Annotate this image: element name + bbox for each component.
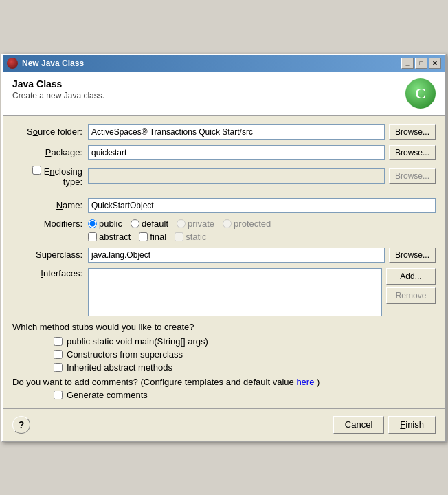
close-button[interactable]: ✕ [429, 58, 441, 69]
stubs-title: Which method stubs would you like to cre… [12, 322, 436, 332]
modifiers-label: Modifiers: [12, 219, 88, 229]
static-label: static [186, 232, 206, 242]
enclosing-type-input[interactable] [88, 168, 385, 184]
cancel-button[interactable]: Cancel [333, 416, 384, 434]
inherited-methods-checkbox[interactable] [54, 363, 63, 372]
interfaces-buttons: Add... Remove [386, 268, 436, 304]
inherited-methods-label: Inherited abstract methods [67, 362, 172, 373]
footer-right: Cancel Finish [333, 416, 436, 434]
remove-interface-button[interactable]: Remove [386, 287, 436, 304]
default-radio[interactable] [131, 219, 139, 228]
help-button[interactable]: ? [12, 416, 30, 434]
final-checkbox[interactable] [139, 232, 148, 241]
protected-radio-group: protected [223, 219, 271, 229]
final-label: final [150, 232, 166, 242]
superclass-input[interactable] [88, 248, 385, 263]
visibility-modifiers-row: public default private protected [88, 219, 271, 229]
interfaces-row: Interfaces: Add... Remove [12, 268, 436, 316]
abstract-checkbox[interactable] [88, 232, 97, 241]
minimize-button[interactable]: _ [401, 58, 414, 69]
title-buttons: _ □ ✕ [401, 58, 441, 69]
source-folder-browse-button[interactable]: Browse... [389, 124, 436, 140]
modifiers-row: Modifiers: public default private [12, 219, 436, 242]
comments-here-link[interactable]: here [296, 377, 314, 387]
constructors-label: Constructors from superclass [67, 349, 183, 360]
title-bar-left: New Java Class [7, 58, 84, 69]
private-label: private [188, 219, 214, 229]
source-folder-input[interactable] [88, 124, 385, 140]
enclosing-type-browse-button[interactable]: Browse... [389, 168, 436, 184]
stubs-section: Which method stubs would you like to cre… [12, 322, 436, 373]
interfaces-label: Interfaces: [12, 268, 88, 278]
public-label: public [99, 219, 122, 229]
generate-comments-row: Generate comments [54, 390, 436, 400]
header-section: Java Class Create a new Java class. C [3, 72, 445, 116]
enclosing-type-row: Enclosing type: Browse... [12, 166, 436, 187]
enclosing-type-checkbox[interactable] [32, 166, 41, 175]
public-radio[interactable] [88, 219, 97, 228]
superclass-label: Superclass: [12, 250, 88, 260]
new-java-class-dialog: New Java Class _ □ ✕ Java Class Create a… [1, 54, 447, 442]
interfaces-listbox [88, 268, 382, 316]
source-folder-label: Source folder: [12, 126, 88, 137]
title-bar: New Java Class _ □ ✕ [3, 55, 445, 72]
comments-question: Do you want to add comments? (Configure … [12, 377, 294, 387]
constructors-checkbox[interactable] [54, 350, 63, 359]
source-folder-row: Source folder: Browse... [12, 124, 436, 140]
generate-comments-label: Generate comments [67, 390, 148, 400]
package-label: Package: [12, 147, 88, 157]
private-radio-group: private [177, 219, 214, 229]
comments-section: Do you want to add comments? (Configure … [12, 377, 436, 400]
private-radio[interactable] [177, 219, 186, 228]
finish-button[interactable]: Finish [388, 416, 436, 434]
maximize-button[interactable]: □ [415, 58, 427, 69]
main-method-label: public static void main(String[] args) [67, 336, 208, 346]
name-input[interactable] [88, 198, 436, 213]
superclass-browse-button[interactable]: Browse... [389, 248, 436, 263]
name-row: Name: [12, 198, 436, 213]
footer-left: ? [12, 416, 30, 434]
name-label: Name: [12, 200, 88, 210]
modifiers-section: public default private protected [88, 219, 271, 242]
abstract-label: abstract [99, 232, 131, 242]
header-text: Java Class Create a new Java class. [12, 78, 104, 100]
abstract-checkbox-group: abstract [88, 232, 131, 242]
static-checkbox-group: static [175, 232, 206, 242]
add-interface-button[interactable]: Add... [386, 268, 436, 285]
main-method-checkbox[interactable] [54, 337, 63, 346]
enclosing-type-label: Enclosing type: [12, 166, 88, 187]
default-label: default [142, 219, 168, 229]
java-logo: C [405, 78, 436, 109]
default-radio-group: default [131, 219, 168, 229]
protected-radio[interactable] [223, 219, 232, 228]
form-content: Source folder: Browse... Package: Browse… [3, 116, 445, 408]
header-title: Java Class [12, 78, 104, 89]
header-subtitle: Create a new Java class. [12, 91, 104, 100]
generate-comments-checkbox[interactable] [54, 390, 63, 399]
dialog-icon [7, 58, 18, 69]
dialog-title: New Java Class [22, 58, 84, 68]
public-radio-group: public [88, 219, 122, 229]
other-modifiers-row: abstract final static [88, 232, 271, 242]
package-input[interactable] [88, 145, 385, 160]
comments-question-end: ) [317, 377, 320, 387]
superclass-row: Superclass: Browse... [12, 248, 436, 263]
static-checkbox[interactable] [175, 232, 183, 241]
final-checkbox-group: final [139, 232, 166, 242]
constructors-stub: Constructors from superclass [54, 349, 436, 360]
package-browse-button[interactable]: Browse... [389, 145, 436, 160]
inherited-methods-stub: Inherited abstract methods [54, 362, 436, 373]
footer: ? Cancel Finish [3, 408, 445, 441]
main-method-stub: public static void main(String[] args) [54, 336, 436, 346]
protected-label: protected [234, 219, 271, 229]
package-row: Package: Browse... [12, 145, 436, 160]
